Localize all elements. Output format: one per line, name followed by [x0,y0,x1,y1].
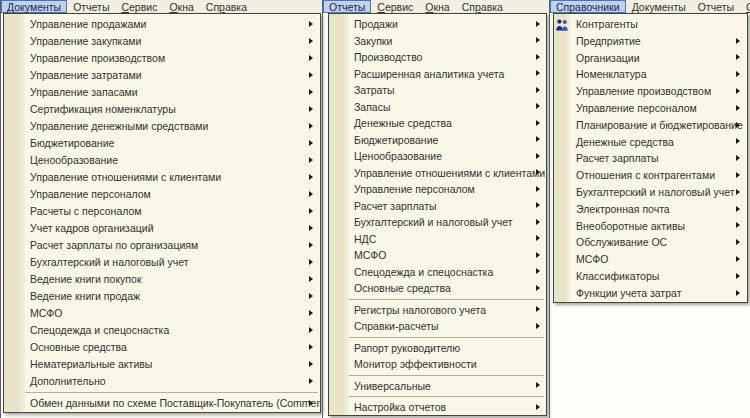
menu-item[interactable]: Бухгалтерский и налоговый учет [554,184,747,201]
menu-item[interactable]: Справки-расчеты [329,318,546,335]
menu-item[interactable]: Затраты [329,82,546,99]
menubar-item-сервис[interactable]: Сервис [740,0,750,13]
menu-item[interactable]: Монитор эффективности [329,356,546,373]
menu-item[interactable]: Ценообразование [4,152,320,169]
menu-item[interactable]: Расчеты с персоналом [4,203,320,220]
menu-item[interactable]: Дополнительно [4,373,320,390]
menu-item[interactable]: Отношения с контрагентами [554,167,747,184]
menu-item[interactable]: Бухгалтерский и налоговый учет [329,214,546,231]
menu-item[interactable]: Расчет зарплаты [554,150,747,167]
menu-item[interactable]: Регистры налогового учета [329,302,546,319]
menu-item[interactable]: Учет кадров организаций [4,220,320,237]
submenu-arrow-icon [536,252,540,258]
submenu-arrow-icon [536,21,540,27]
menu-item-label: Номенклатура [576,68,646,80]
menu-item[interactable]: Внеоборотные активы [554,218,747,235]
menu-item[interactable]: Управление закупками [4,33,320,50]
menu-item[interactable]: МСФО [4,305,320,322]
submenu-arrow-icon [736,138,740,144]
menu-item-label: Управление денежными средствами [30,120,208,132]
menubar-item-окна[interactable]: Окна [163,0,199,13]
menu-item[interactable]: Управление запасами [4,84,320,101]
menubar-item-справка[interactable]: Справка [200,0,253,13]
submenu-arrow-icon [309,242,313,248]
menubar-item-отчеты[interactable]: Отчеты [692,0,740,13]
menu-item[interactable]: Денежные средства [554,134,747,151]
menubar-item-документы[interactable]: Документы [626,0,692,13]
menu-item[interactable]: Рапорт руководителю [329,340,546,357]
menu-item[interactable]: Функции учета затрат [554,285,747,302]
submenu-arrow-icon [536,323,540,329]
menu-item[interactable]: Управление производством [554,83,747,100]
documents-dropdown-menu: Управление продажамиУправление закупками… [3,13,321,413]
menu-item[interactable]: Управление персоналом [554,100,747,117]
menu-item[interactable]: Спецодежда и спецоснастка [4,322,320,339]
menu-item-label: Монитор эффективности [354,358,477,370]
menubar-item-сервис[interactable]: Сервис [115,0,163,13]
menu-item[interactable]: Управление производством [4,50,320,67]
menu-item[interactable]: НДС [329,231,546,248]
menu-item[interactable]: Организации [554,50,747,67]
menu-item[interactable]: МСФО [554,251,747,268]
menu-item[interactable]: Ценообразование [329,148,546,165]
menu-item[interactable]: МСФО [329,247,546,264]
submenu-arrow-icon [536,87,540,93]
menubar-item-окна[interactable]: Окна [419,0,455,13]
menu-item[interactable]: Основные средства [329,280,546,297]
menu-item[interactable]: Управление денежными средствами [4,118,320,135]
menu-item[interactable]: Продажи [329,16,546,33]
menu-item[interactable]: Спецодежда и спецоснастка [329,264,546,281]
menu-item[interactable]: Классификаторы [554,268,747,285]
submenu-arrow-icon [536,382,540,388]
menu-item[interactable]: Универсальные [329,378,546,395]
menu-item[interactable]: Бюджетирование [4,135,320,152]
menu-item[interactable]: Основные средства [4,339,320,356]
menu-item[interactable]: Обслуживание ОС [554,234,747,251]
menu-item[interactable]: Электронная почта [554,201,747,218]
menu-item[interactable]: Номенклатура [554,66,747,83]
submenu-arrow-icon [309,225,313,231]
menubar-item-отчеты[interactable]: Отчеты [67,0,115,13]
menu-item-label: Нематериальные активы [30,358,152,370]
menu-item[interactable]: Бухгалтерский и налоговый учет [4,254,320,271]
menu-item[interactable]: Денежные средства [329,115,546,132]
submenu-arrow-icon [736,222,740,228]
menu-item-label: Справки-расчеты [354,320,439,332]
menu-item[interactable]: Управление затратами [4,67,320,84]
menu-item[interactable]: Управление отношениями с клиентами [329,165,546,182]
menu-item[interactable]: Расширенная аналитика учета [329,66,546,83]
menu-item[interactable]: Обмен данными по схеме Поставщик-Покупат… [4,395,320,412]
menubar-item-отчеты[interactable]: Отчеты [323,0,371,13]
menu-item-label: Основные средства [30,341,127,353]
menu-item[interactable]: Запасы [329,99,546,116]
menu-item-label: Затраты [354,84,395,96]
menu-item[interactable]: Закупки [329,33,546,50]
menubar-item-сервис[interactable]: Сервис [371,0,419,13]
menu-item[interactable]: Управление персоналом [329,181,546,198]
menu-item[interactable]: Ведение книги покупок [4,271,320,288]
menu-item[interactable]: Расчет зарплаты по организациям [4,237,320,254]
documents-window: ДокументыОтчетыСервисОкнаСправка Управле… [0,0,322,418]
menu-item[interactable]: Нематериальные активы [4,356,320,373]
menu-separator [331,396,544,397]
menu-item[interactable]: Управление отношениями с клиентами [4,169,320,186]
menubar-item-справка[interactable]: Справка [456,0,509,13]
menu-item-label: Расчет зарплаты [354,200,437,212]
menu-item[interactable]: Ведение книги продаж [4,288,320,305]
desktop: { "theme":{ "bar-bg":"#f1efe1", "panel-b… [0,0,750,418]
menu-item[interactable]: Управление продажами [4,16,320,33]
menu-item[interactable]: Планирование и бюджетирование [554,117,747,134]
menubar-item-справочники[interactable]: Справочники [550,0,626,13]
menu-item[interactable]: Производство [329,49,546,66]
documents-menubar: ДокументыОтчетыСервисОкнаСправка [1,0,322,13]
menu-item-label: Предприятие [576,35,641,47]
menu-item[interactable]: Расчет зарплаты [329,198,546,215]
menu-item[interactable]: Управление персоналом [4,186,320,203]
menubar-item-документы[interactable]: Документы [1,0,67,13]
menu-item-label: Настройка отчетов [354,401,446,413]
menu-item[interactable]: Сертификация номенклатуры [4,101,320,118]
menu-item[interactable]: Настройка отчетов [329,399,546,416]
menu-item[interactable]: Бюджетирование [329,132,546,149]
menu-item[interactable]: Контрагенты [554,16,747,33]
menu-item[interactable]: Предприятие [554,33,747,50]
